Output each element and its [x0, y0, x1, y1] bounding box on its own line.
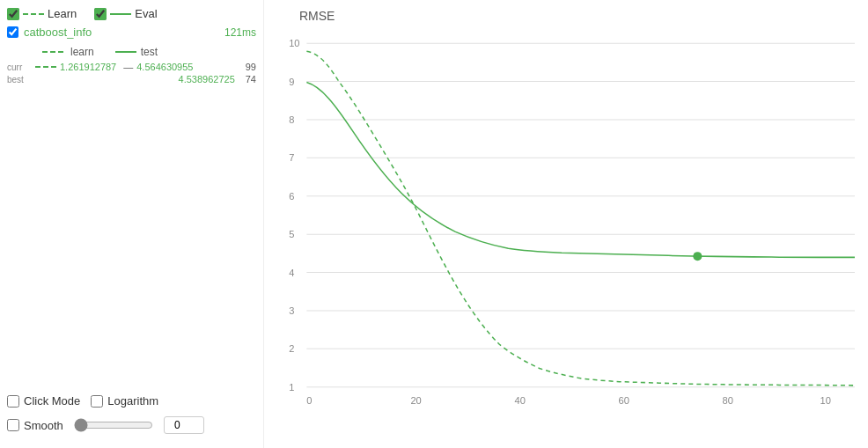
x-label-20: 20: [410, 395, 421, 406]
eval-checkbox-label[interactable]: Eval: [94, 7, 157, 20]
curr-learn-val: 1.261912787: [60, 62, 116, 72]
smooth-value[interactable]: [164, 416, 204, 434]
learn-checkbox-label[interactable]: Learn: [7, 7, 77, 20]
y-label-9: 9: [289, 77, 294, 87]
y-label-6: 6: [289, 191, 294, 202]
eval-checkbox[interactable]: [94, 8, 107, 20]
metrics-header: learn test: [7, 46, 256, 58]
left-panel: Learn Eval catboost_info 121ms learn tes…: [0, 0, 264, 448]
learn-label: Learn: [48, 7, 77, 20]
learn-line-icon: [23, 13, 44, 15]
curr-iter: 99: [246, 62, 256, 72]
x-label-80: 80: [723, 395, 733, 406]
logarithm-label[interactable]: Logarithm: [91, 394, 158, 408]
smooth-row: Smooth: [7, 416, 256, 434]
logarithm-text: Logarithm: [107, 394, 158, 408]
curr-row: curr 1.261912787 — 4.564630955 99: [7, 62, 256, 72]
y-label-1: 1: [289, 382, 294, 393]
smooth-checkbox[interactable]: [7, 419, 19, 431]
best-dot: [693, 252, 702, 261]
learn-checkbox[interactable]: [7, 8, 19, 20]
best-iter: 74: [246, 74, 256, 84]
time-badge: 121ms: [224, 26, 256, 39]
curr-label: curr: [7, 62, 32, 72]
y-label-7: 7: [289, 152, 294, 163]
smooth-label[interactable]: Smooth: [7, 419, 63, 432]
y-label-5: 5: [289, 229, 294, 239]
x-label-40: 40: [514, 395, 525, 406]
y-label-4: 4: [289, 268, 294, 278]
x-label-60: 60: [619, 395, 629, 406]
smooth-slider[interactable]: [74, 418, 153, 432]
eval-line-icon: [110, 13, 131, 15]
chart-svg: 10 9 8 7 6 5 4 3 2 1: [273, 26, 859, 414]
x-label-100: 10: [820, 395, 831, 406]
metrics-learn-label: learn: [70, 46, 94, 58]
curr-dash-icon: [35, 66, 56, 68]
bottom-controls: Click Mode Logarithm Smooth: [7, 387, 256, 441]
y-label-8: 8: [289, 114, 294, 125]
eval-label: Eval: [135, 7, 157, 20]
right-panel: RMSE 10 9 8 7 6 5 4 3 2 1: [264, 0, 868, 448]
learn-curve: [306, 51, 855, 386]
control-row-1: Click Mode Logarithm: [7, 394, 256, 408]
best-label: best: [7, 75, 32, 84]
catboost-checkbox[interactable]: [7, 26, 18, 38]
click-mode-label[interactable]: Click Mode: [7, 394, 80, 408]
y-label-10: 10: [289, 38, 299, 48]
smooth-text: Smooth: [24, 419, 63, 432]
best-test-val: 4.538962725: [179, 74, 235, 84]
y-label-3: 3: [289, 305, 294, 316]
info-row: catboost_info 121ms: [7, 26, 256, 39]
eval-curve: [306, 83, 855, 258]
logarithm-checkbox[interactable]: [91, 395, 103, 408]
chart-area: 10 9 8 7 6 5 4 3 2 1: [273, 26, 859, 414]
catboost-name: catboost_info: [24, 26, 92, 39]
chart-title: RMSE: [273, 9, 859, 23]
metrics-test-label: test: [141, 46, 158, 58]
x-label-0: 0: [306, 395, 312, 406]
y-label-2: 2: [289, 343, 294, 354]
curr-test-val: 4.564630955: [136, 62, 193, 72]
test-line-icon: [115, 51, 136, 53]
click-mode-text: Click Mode: [24, 394, 80, 408]
best-row: best 4.538962725 74: [7, 74, 256, 84]
learn-dash-icon: [42, 51, 63, 53]
click-mode-checkbox[interactable]: [7, 395, 19, 408]
legend-row: Learn Eval: [7, 7, 256, 20]
